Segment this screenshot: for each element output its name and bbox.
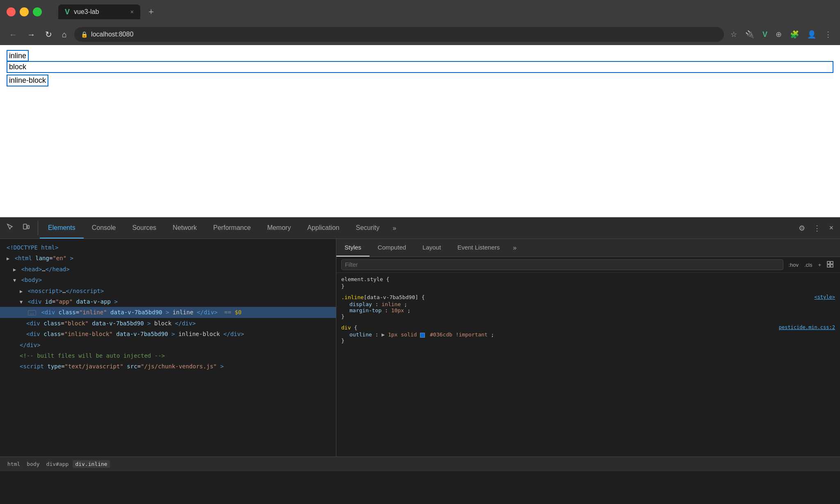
devtools-tabs-more[interactable]: » xyxy=(388,218,401,238)
devtools-toolbar: Elements Console Sources Network Perform… xyxy=(0,218,840,239)
minimize-window-button[interactable] xyxy=(20,7,29,16)
extensions-button[interactable]: 🧩 xyxy=(788,28,801,41)
nav-bar: ← → ↻ ⌂ 🔒 localhost:8080 ☆ 🔌 V ⊕ 🧩 👤 ⋮ xyxy=(0,24,840,45)
style-property-margin-top: margin-top : 10px ; xyxy=(341,307,835,313)
svg-rect-0 xyxy=(23,224,27,229)
styles-content: element.style { } .inline[data-v-7ba5bd9… xyxy=(336,273,840,456)
html-line-comment[interactable]: <!-- built files will be auto injected -… xyxy=(0,350,336,361)
style-selector-inline: .inline[data-v-7ba5bd90] { <style> xyxy=(341,294,835,300)
breadcrumb-html[interactable]: html xyxy=(5,460,23,468)
svg-rect-2 xyxy=(827,261,830,264)
html-line-div-inline[interactable]: … <div class="inline" data-v-7ba5bd90 > … xyxy=(0,307,336,318)
close-devtools-button[interactable]: × xyxy=(826,221,837,235)
devtools-content: <!DOCTYPE html> ▶ <html lang="en" > ▶ <h… xyxy=(0,239,840,456)
arrow-icon: ▶ xyxy=(20,288,23,294)
html-line-div-close[interactable]: </div> xyxy=(0,340,336,350)
tab-layout[interactable]: Layout xyxy=(414,239,449,257)
tab-computed[interactable]: Computed xyxy=(370,239,414,257)
home-button[interactable]: ⌂ xyxy=(59,27,69,42)
device-toggle-icon[interactable] xyxy=(19,221,33,235)
tab-security[interactable]: Security xyxy=(347,218,388,238)
reload-button[interactable]: ↻ xyxy=(43,27,55,42)
html-line-script[interactable]: <script type="text/javascript" src="/js/… xyxy=(0,361,336,372)
style-selector-div: div { pesticide.min.css:2 xyxy=(341,325,835,331)
html-line-div-inline-block[interactable]: <div class="inline-block" data-v-7ba5bd9… xyxy=(0,329,336,339)
cls-button[interactable]: .cls xyxy=(803,261,814,269)
tab-memory[interactable]: Memory xyxy=(259,218,299,238)
breadcrumb-bar: html body div#app div.inline xyxy=(0,456,840,471)
browser-chrome: V vue3-lab × + ← → ↻ ⌂ 🔒 localhost:8080 … xyxy=(0,0,840,45)
style-closing: } xyxy=(341,283,835,289)
settings-button[interactable]: ⚙ xyxy=(795,221,808,235)
breadcrumb-div-app[interactable]: div#app xyxy=(44,460,71,468)
tab-styles[interactable]: Styles xyxy=(336,239,370,257)
style-closing: } xyxy=(341,338,835,344)
svg-rect-3 xyxy=(831,261,833,264)
html-line-noscript[interactable]: ▶ <noscript>…</noscript> xyxy=(0,286,336,296)
vue-logo-icon: V xyxy=(65,8,70,16)
style-property-outline: outline : ▶ 1px solid #036cdb !important… xyxy=(341,331,835,338)
tab-performance[interactable]: Performance xyxy=(205,218,259,238)
tab-application[interactable]: Application xyxy=(299,218,347,238)
close-window-button[interactable] xyxy=(7,7,16,16)
html-line-head[interactable]: ▶ <head>…</head> xyxy=(0,264,336,275)
html-line-doctype[interactable]: <!DOCTYPE html> xyxy=(0,242,336,253)
more-options-button[interactable]: ⋮ xyxy=(810,221,824,235)
url-display: localhost:8080 xyxy=(91,31,133,38)
add-style-button[interactable]: + xyxy=(816,261,823,269)
inline-element: inline xyxy=(7,50,29,61)
breadcrumb-div-inline[interactable]: div.inline xyxy=(73,460,110,468)
extension-icon-1[interactable]: 🔌 xyxy=(744,28,756,41)
devtools-panel: Elements Console Sources Network Perform… xyxy=(0,217,840,471)
style-property-display: display : inline ; xyxy=(341,301,835,307)
address-bar[interactable]: 🔒 localhost:8080 xyxy=(74,27,724,42)
devtools-icon-group xyxy=(3,221,38,235)
profile-button[interactable]: 👤 xyxy=(806,28,818,41)
tab-close-button[interactable]: × xyxy=(130,9,134,15)
ellipsis-button[interactable]: … xyxy=(28,310,36,316)
hov-button[interactable]: :hov xyxy=(787,261,800,269)
forward-button[interactable]: → xyxy=(25,27,38,42)
browser-tab[interactable]: V vue3-lab × xyxy=(58,5,140,19)
toggle-layout-button[interactable] xyxy=(825,260,835,270)
devtools-toolbar-actions: ⚙ ⋮ × xyxy=(795,221,837,235)
inline-block-element: inline-block xyxy=(7,75,48,86)
svg-rect-4 xyxy=(827,265,830,267)
style-rule-div: div { pesticide.min.css:2 outline : ▶ 1p… xyxy=(341,325,835,344)
back-button[interactable]: ← xyxy=(7,27,20,42)
menu-button[interactable]: ⋮ xyxy=(823,28,833,41)
html-line-html[interactable]: ▶ <html lang="en" > xyxy=(0,253,336,263)
new-tab-button[interactable]: + xyxy=(142,5,160,19)
color-swatch[interactable] xyxy=(420,333,425,338)
tab-network[interactable]: Network xyxy=(164,218,205,238)
html-panel: <!DOCTYPE html> ▶ <html lang="en" > ▶ <h… xyxy=(0,239,336,456)
style-selector: element.style { xyxy=(341,276,835,282)
devtools-tabs: Elements Console Sources Network Perform… xyxy=(40,218,401,238)
lock-icon: 🔒 xyxy=(81,31,88,38)
styles-tabs: Styles Computed Layout Event Listeners » xyxy=(336,239,840,257)
style-source-pesticide[interactable]: pesticide.min.css:2 xyxy=(779,325,835,330)
styles-filter-input[interactable] xyxy=(341,259,783,270)
tab-event-listeners[interactable]: Event Listeners xyxy=(449,239,508,257)
breadcrumb-body[interactable]: body xyxy=(24,460,42,468)
svg-rect-5 xyxy=(831,265,833,267)
maximize-window-button[interactable] xyxy=(33,7,42,16)
vue-devtools-icon[interactable]: V xyxy=(761,29,769,41)
bookmark-button[interactable]: ☆ xyxy=(729,28,739,41)
tab-sources[interactable]: Sources xyxy=(124,218,164,238)
styles-filter-buttons: :hov .cls + xyxy=(787,260,835,270)
style-closing: } xyxy=(341,313,835,320)
page-content: inline block inline-block xyxy=(0,45,840,217)
styles-filter-bar: :hov .cls + xyxy=(336,257,840,273)
style-source[interactable]: <style> xyxy=(814,294,835,300)
element-picker-icon[interactable] xyxy=(3,221,17,235)
styles-tabs-more[interactable]: » xyxy=(508,239,522,257)
tab-elements[interactable]: Elements xyxy=(40,218,84,238)
html-line-body[interactable]: ▼ <body> xyxy=(0,275,336,285)
arrow-icon: ▶ xyxy=(13,267,16,272)
cursor-extension-icon[interactable]: ⊕ xyxy=(774,28,783,41)
html-line-div-block[interactable]: <div class="block" data-v-7ba5bd90 > blo… xyxy=(0,318,336,329)
tab-console[interactable]: Console xyxy=(84,218,124,238)
arrow-icon: ▶ xyxy=(7,256,9,261)
html-line-div-app[interactable]: ▼ <div id="app" data-v-app > xyxy=(0,296,336,307)
